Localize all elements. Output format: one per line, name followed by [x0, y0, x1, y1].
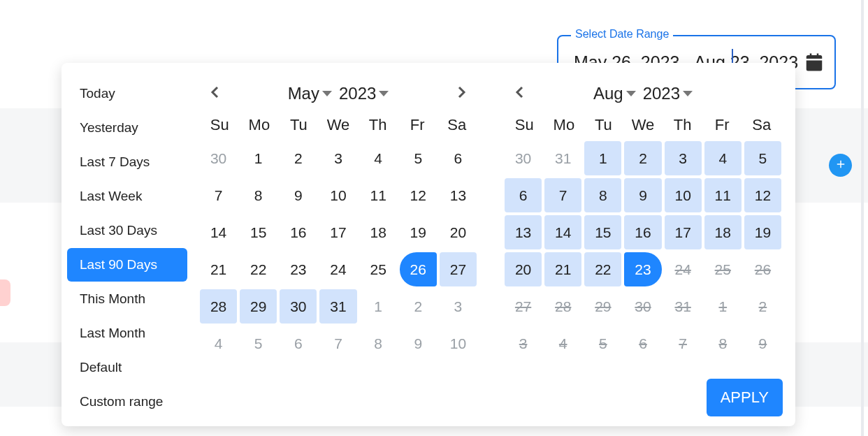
- day-cell[interactable]: 18: [360, 215, 397, 249]
- day-cell[interactable]: 8: [584, 178, 621, 212]
- weekday-header: Sa: [742, 116, 781, 134]
- day-cell[interactable]: 30: [280, 289, 317, 324]
- year-select-right[interactable]: 2023: [643, 84, 693, 103]
- day-cell[interactable]: 16: [280, 215, 317, 249]
- day-cell[interactable]: 1: [240, 141, 277, 175]
- day-cell[interactable]: 11: [704, 178, 742, 212]
- year-label: 2023: [339, 84, 376, 103]
- weekday-header: Mo: [240, 116, 280, 134]
- day-cell: 30: [200, 141, 237, 175]
- weekday-header: Fr: [702, 116, 742, 134]
- day-cell[interactable]: 4: [704, 141, 742, 175]
- day-cell: 7: [319, 326, 356, 361]
- day-cell: 31: [544, 141, 581, 175]
- preset-last-30-days[interactable]: Last 30 Days: [67, 214, 187, 247]
- day-cell[interactable]: 27: [440, 252, 477, 286]
- day-cell[interactable]: 7: [544, 178, 581, 212]
- day-cell[interactable]: 3: [665, 141, 702, 175]
- weekday-header: We: [319, 116, 359, 134]
- day-cell[interactable]: 17: [319, 215, 356, 249]
- year-select-left[interactable]: 2023: [339, 84, 389, 103]
- day-cell: 8: [704, 326, 742, 361]
- day-cell[interactable]: 10: [319, 178, 356, 212]
- day-cell[interactable]: 7: [200, 178, 237, 212]
- day-cell: 5: [240, 326, 277, 361]
- day-cell[interactable]: 22: [584, 252, 621, 286]
- day-cell[interactable]: 10: [665, 178, 702, 212]
- month-label: Aug: [593, 84, 623, 103]
- next-month-button[interactable]: [450, 82, 472, 105]
- day-cell: 1: [360, 289, 397, 324]
- weekday-header: Fr: [398, 116, 437, 134]
- day-cell[interactable]: 5: [744, 141, 781, 175]
- day-cell[interactable]: 25: [360, 252, 397, 286]
- day-cell[interactable]: 2: [280, 141, 317, 175]
- day-cell[interactable]: 31: [319, 289, 356, 324]
- day-cell[interactable]: 1: [584, 141, 621, 175]
- day-cell[interactable]: 23: [624, 252, 661, 286]
- day-cell[interactable]: 22: [240, 252, 277, 286]
- day-cell[interactable]: 24: [319, 252, 356, 286]
- day-cell[interactable]: 4: [360, 141, 397, 175]
- preset-this-month[interactable]: This Month: [67, 282, 187, 316]
- day-cell[interactable]: 15: [584, 215, 621, 249]
- preset-custom-range[interactable]: Custom range: [67, 385, 187, 419]
- preset-last-month[interactable]: Last Month: [67, 317, 187, 350]
- weekday-header: Th: [663, 116, 702, 134]
- day-cell[interactable]: 9: [280, 178, 317, 212]
- day-cell[interactable]: 20: [505, 252, 542, 286]
- day-cell[interactable]: 11: [360, 178, 397, 212]
- preset-default[interactable]: Default: [67, 351, 187, 384]
- day-cell[interactable]: 21: [200, 252, 237, 286]
- date-range-popover: TodayYesterdayLast 7 DaysLast WeekLast 3…: [62, 63, 795, 426]
- prev-month-button[interactable]: [204, 82, 226, 105]
- day-cell[interactable]: 23: [280, 252, 317, 286]
- prev-month-button[interactable]: [509, 82, 531, 105]
- right-rule: [861, 0, 864, 436]
- day-cell: 27: [505, 289, 542, 324]
- calendar-icon: [804, 52, 825, 73]
- day-cell[interactable]: 15: [240, 215, 277, 249]
- day-cell[interactable]: 14: [544, 215, 581, 249]
- chevron-left-icon: [207, 84, 224, 103]
- day-cell[interactable]: 3: [319, 141, 356, 175]
- day-cell[interactable]: 5: [400, 141, 437, 175]
- preset-last-week[interactable]: Last Week: [67, 180, 187, 213]
- day-cell[interactable]: 26: [400, 252, 437, 286]
- day-cell[interactable]: 16: [624, 215, 661, 249]
- day-cell: 26: [744, 252, 781, 286]
- add-button[interactable]: [829, 154, 852, 177]
- day-cell[interactable]: 28: [200, 289, 237, 324]
- month-select-left[interactable]: May: [288, 84, 332, 103]
- chevron-down-icon: [379, 91, 389, 96]
- day-cell[interactable]: 6: [440, 141, 477, 175]
- day-cell[interactable]: 9: [624, 178, 661, 212]
- day-cell: 30: [505, 141, 542, 175]
- day-cell[interactable]: 8: [240, 178, 277, 212]
- month-select-right[interactable]: Aug: [593, 84, 636, 103]
- preset-today[interactable]: Today: [67, 77, 187, 110]
- weekday-header: We: [623, 116, 663, 134]
- apply-button[interactable]: APPLY: [707, 379, 783, 416]
- preset-last-90-days[interactable]: Last 90 Days: [67, 248, 187, 282]
- day-cell[interactable]: 19: [400, 215, 437, 249]
- day-cell[interactable]: 20: [440, 215, 477, 249]
- day-cell[interactable]: 6: [505, 178, 542, 212]
- plus-icon: [834, 158, 847, 173]
- day-cell[interactable]: 17: [665, 215, 702, 249]
- day-cell[interactable]: 21: [544, 252, 581, 286]
- preset-last-7-days[interactable]: Last 7 Days: [67, 145, 187, 179]
- day-cell[interactable]: 19: [744, 215, 781, 249]
- year-label: 2023: [643, 84, 680, 103]
- day-cell[interactable]: 2: [624, 141, 661, 175]
- day-cell[interactable]: 13: [505, 215, 542, 249]
- day-cell: 9: [744, 326, 781, 361]
- preset-yesterday[interactable]: Yesterday: [67, 111, 187, 145]
- day-cell[interactable]: 13: [440, 178, 477, 212]
- day-cell[interactable]: 12: [744, 178, 781, 212]
- calendar-right: Aug 2023 SuMoTuWeThFrSa 3031123456789101…: [505, 78, 781, 361]
- day-cell[interactable]: 29: [240, 289, 277, 324]
- day-cell[interactable]: 12: [400, 178, 437, 212]
- day-cell[interactable]: 14: [200, 215, 237, 249]
- day-cell[interactable]: 18: [704, 215, 742, 249]
